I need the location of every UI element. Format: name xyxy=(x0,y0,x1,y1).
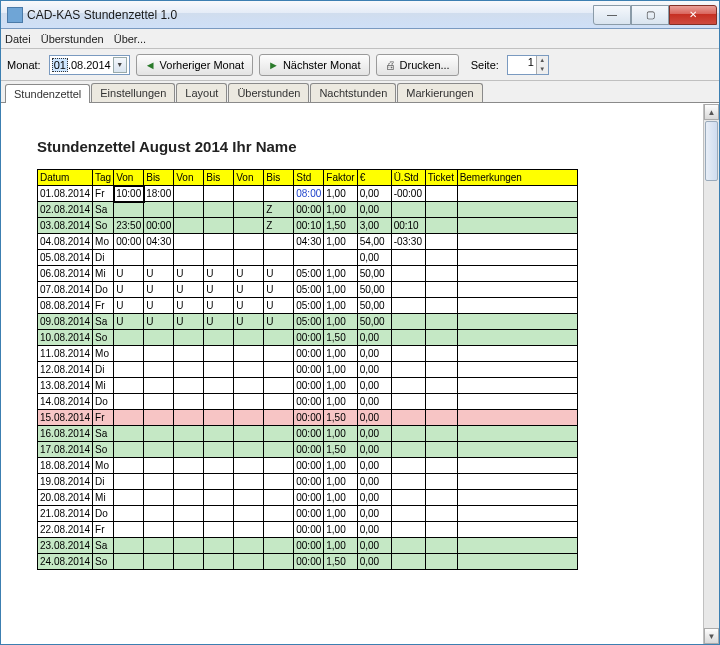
cell[interactable] xyxy=(114,330,144,346)
prev-month-button[interactable]: ◄ Vorheriger Monat xyxy=(136,54,253,76)
cell[interactable]: 0,00 xyxy=(357,474,391,490)
cell[interactable] xyxy=(391,346,425,362)
cell[interactable] xyxy=(457,410,577,426)
cell[interactable] xyxy=(391,458,425,474)
cell[interactable]: Di xyxy=(93,362,114,378)
cell[interactable] xyxy=(391,314,425,330)
tab-nachtstunden[interactable]: Nachtstunden xyxy=(310,83,396,102)
cell[interactable]: U xyxy=(174,266,204,282)
cell[interactable] xyxy=(144,394,174,410)
cell[interactable] xyxy=(114,490,144,506)
cell[interactable] xyxy=(174,394,204,410)
cell[interactable] xyxy=(174,426,204,442)
cell[interactable]: 1,50 xyxy=(324,218,357,234)
cell[interactable]: 0,00 xyxy=(357,506,391,522)
cell[interactable] xyxy=(204,554,234,570)
cell[interactable] xyxy=(425,202,457,218)
cell[interactable] xyxy=(425,554,457,570)
cell[interactable] xyxy=(204,538,234,554)
cell[interactable] xyxy=(425,186,457,202)
cell[interactable]: 13.08.2014 xyxy=(38,378,93,394)
cell[interactable] xyxy=(204,426,234,442)
cell[interactable] xyxy=(144,426,174,442)
cell[interactable] xyxy=(204,490,234,506)
cell[interactable] xyxy=(425,346,457,362)
cell[interactable]: 10.08.2014 xyxy=(38,330,93,346)
cell[interactable] xyxy=(457,218,577,234)
cell[interactable]: 00:10 xyxy=(391,218,425,234)
tab-layout[interactable]: Layout xyxy=(176,83,227,102)
cell[interactable] xyxy=(174,218,204,234)
cell[interactable] xyxy=(144,410,174,426)
cell[interactable]: U xyxy=(234,314,264,330)
cell[interactable]: 1,50 xyxy=(324,410,357,426)
cell[interactable]: 3,00 xyxy=(357,218,391,234)
cell[interactable]: Fr xyxy=(93,410,114,426)
cell[interactable]: Sa xyxy=(93,538,114,554)
cell[interactable]: 00:10 xyxy=(294,218,324,234)
spin-up-icon[interactable]: ▲ xyxy=(536,56,548,65)
cell[interactable]: So xyxy=(93,442,114,458)
cell[interactable]: 24.08.2014 xyxy=(38,554,93,570)
cell[interactable]: 0,00 xyxy=(357,362,391,378)
cell[interactable]: 00:00 xyxy=(294,426,324,442)
cell[interactable] xyxy=(114,442,144,458)
cell[interactable]: U xyxy=(234,266,264,282)
cell[interactable] xyxy=(174,330,204,346)
cell[interactable]: 1,00 xyxy=(324,298,357,314)
cell[interactable]: 00:00 xyxy=(294,458,324,474)
cell[interactable]: 04.08.2014 xyxy=(38,234,93,250)
cell[interactable]: 06.08.2014 xyxy=(38,266,93,282)
cell[interactable]: 12.08.2014 xyxy=(38,362,93,378)
cell[interactable]: U xyxy=(204,298,234,314)
cell[interactable]: Mo xyxy=(93,346,114,362)
cell[interactable]: 0,00 xyxy=(357,458,391,474)
cell[interactable] xyxy=(234,474,264,490)
cell[interactable]: 1,00 xyxy=(324,474,357,490)
cell[interactable] xyxy=(391,202,425,218)
cell[interactable]: 0,00 xyxy=(357,346,391,362)
cell[interactable] xyxy=(391,506,425,522)
cell[interactable] xyxy=(204,522,234,538)
cell[interactable]: U xyxy=(174,282,204,298)
cell[interactable] xyxy=(457,378,577,394)
cell[interactable]: 05:00 xyxy=(294,314,324,330)
cell[interactable] xyxy=(174,522,204,538)
cell[interactable] xyxy=(264,410,294,426)
cell[interactable] xyxy=(174,410,204,426)
cell[interactable]: U xyxy=(234,282,264,298)
cell[interactable] xyxy=(264,442,294,458)
cell[interactable] xyxy=(234,378,264,394)
close-button[interactable]: ✕ xyxy=(669,5,717,25)
cell[interactable] xyxy=(264,362,294,378)
cell[interactable] xyxy=(174,538,204,554)
cell[interactable] xyxy=(174,250,204,266)
cell[interactable]: U xyxy=(144,314,174,330)
cell[interactable] xyxy=(114,378,144,394)
cell[interactable]: 17.08.2014 xyxy=(38,442,93,458)
cell[interactable]: 1,00 xyxy=(324,186,357,202)
cell[interactable]: Mo xyxy=(93,234,114,250)
cell[interactable] xyxy=(324,250,357,266)
cell[interactable]: 00:00 xyxy=(294,554,324,570)
cell[interactable] xyxy=(425,538,457,554)
cell[interactable]: 16.08.2014 xyxy=(38,426,93,442)
scroll-thumb[interactable] xyxy=(705,121,718,181)
cell[interactable]: 0,00 xyxy=(357,330,391,346)
cell[interactable] xyxy=(457,298,577,314)
cell[interactable] xyxy=(264,538,294,554)
cell[interactable]: 18.08.2014 xyxy=(38,458,93,474)
cell[interactable]: Fr xyxy=(93,298,114,314)
cell[interactable] xyxy=(234,410,264,426)
cell[interactable] xyxy=(204,234,234,250)
cell[interactable]: Do xyxy=(93,506,114,522)
cell[interactable]: U xyxy=(114,266,144,282)
cell[interactable] xyxy=(144,538,174,554)
scroll-track[interactable] xyxy=(704,182,719,628)
cell[interactable] xyxy=(457,554,577,570)
cell[interactable] xyxy=(457,250,577,266)
cell[interactable]: U xyxy=(114,314,144,330)
cell[interactable]: 05:00 xyxy=(294,282,324,298)
cell[interactable]: 00:00 xyxy=(294,346,324,362)
cell[interactable]: U xyxy=(264,314,294,330)
